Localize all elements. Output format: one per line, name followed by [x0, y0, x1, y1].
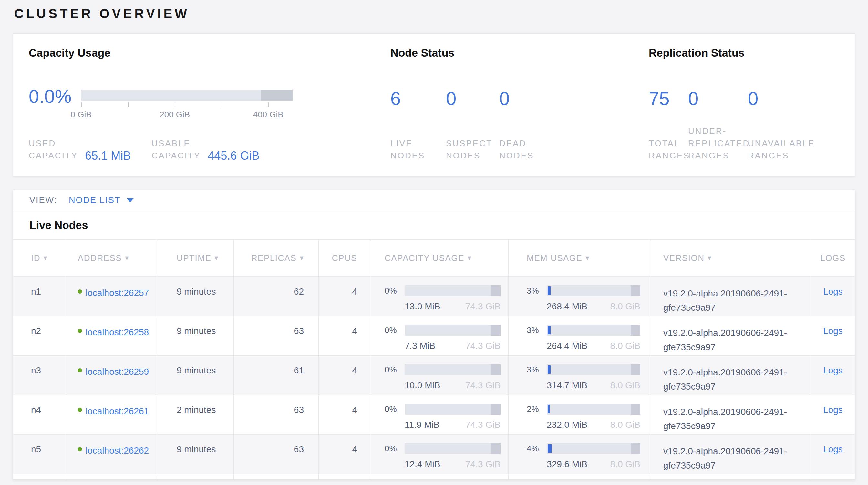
node-address-cell: localhost:26259	[65, 356, 157, 395]
mem-bar-reserved-segment	[631, 403, 640, 415]
replicas-cell: 62	[234, 277, 319, 316]
uptime-cell: 9 minutes	[157, 277, 234, 316]
node-id-cell: n2	[13, 316, 65, 355]
capacity-usage-section: Capacity Usage 0.0% 0 GiB	[29, 34, 371, 176]
capacity-usage-bar	[405, 325, 500, 336]
version-cell: v19.2.0-alpha.20190606-2491-gfe735c9a97	[650, 356, 811, 395]
mem-usage-cell: 3% 264.4 MiB 8.0 GiB	[508, 316, 650, 355]
mem-bar-reserved-segment	[631, 325, 640, 336]
node-address-link[interactable]: localhost:26261	[86, 405, 149, 418]
node-address-link[interactable]: localhost:26258	[86, 326, 149, 339]
live-status-dot-icon	[78, 447, 82, 451]
logs-cell: Logs	[811, 395, 855, 434]
logs-cell: Logs	[811, 277, 855, 316]
node-id-cell: n5	[13, 434, 65, 474]
capacity-usage-cell: 0% 11.9 MiB 74.3 GiB	[371, 395, 508, 434]
capacity-percent: 0%	[384, 404, 405, 414]
unavailable-ranges-label: UNAVAILABLE RANGES	[748, 137, 815, 162]
node-address-link[interactable]: localhost:26262	[86, 444, 149, 457]
column-header-mem-usage[interactable]: MEM USAGE▾	[508, 239, 650, 277]
column-header-logs: LOGS	[811, 239, 855, 277]
node-address-cell: localhost:26258	[65, 316, 157, 355]
column-header-version[interactable]: VERSION▾	[650, 239, 811, 277]
table-row: n2 localhost:26258 9 minutes 63 4 0% 7.3…	[13, 316, 855, 355]
logs-link[interactable]: Logs	[823, 286, 843, 296]
live-nodes-table: ID▾ ADDRESS▾ UPTIME▾ REPLICAS▾ CPUS CAPA…	[13, 239, 855, 479]
mem-bar-fill	[548, 365, 551, 374]
view-selector-dropdown[interactable]: NODE LIST	[69, 195, 134, 205]
under-replicated-ranges-label: UNDER- REPLICATED RANGES	[688, 125, 748, 162]
mem-bar-fill	[548, 444, 552, 453]
sort-desc-icon: ▾	[585, 254, 590, 262]
column-header-address[interactable]: ADDRESS▾	[65, 239, 157, 277]
cpus-cell: 4	[319, 434, 371, 474]
column-header-replicas[interactable]: REPLICAS▾	[234, 239, 319, 277]
view-label: VIEW:	[29, 195, 57, 205]
column-header-cpus: CPUS	[319, 239, 371, 277]
capacity-usage-heading: Capacity Usage	[29, 47, 111, 59]
mem-total-value: 8.0 GiB	[610, 301, 640, 312]
capacity-total-value: 74.3 GiB	[465, 459, 500, 469]
live-nodes-count: 6	[391, 89, 446, 108]
table-row: n4 localhost:26261 2 minutes 63 4 0% 11.…	[13, 395, 855, 434]
column-header-id[interactable]: ID▾	[13, 239, 65, 277]
view-selected-value: NODE LIST	[69, 195, 121, 205]
node-list-panel: VIEW: NODE LIST Live Nodes ID▾ ADDRESS▾ …	[13, 190, 855, 480]
logs-link[interactable]: Logs	[823, 444, 843, 454]
mem-percent: 3%	[527, 365, 547, 375]
node-id-cell: n4	[13, 395, 65, 434]
page-title: CLUSTER OVERVIEW	[14, 6, 190, 21]
capacity-total-value: 74.3 GiB	[465, 301, 500, 312]
capacity-bar-reserved-segment	[491, 325, 500, 336]
used-capacity-value: 65.1 MiB	[85, 149, 131, 162]
node-address-link[interactable]: localhost:26259	[86, 365, 149, 378]
table-row: n1 localhost:26257 9 minutes 62 4 0% 13.…	[13, 277, 855, 316]
total-ranges-count: 75	[649, 89, 688, 108]
live-nodes-heading: Live Nodes	[13, 210, 855, 231]
node-address-link[interactable]: localhost:26257	[86, 286, 149, 299]
live-status-dot-icon	[78, 289, 82, 293]
usable-capacity-stat: USABLE CAPACITY 445.6 GiB	[151, 137, 259, 162]
dead-nodes-count: 0	[499, 89, 509, 108]
version-cell: v19.2.0-alpha.20190606-2491-gfe735c9a97	[650, 434, 811, 474]
logs-link[interactable]: Logs	[823, 405, 843, 415]
column-header-uptime[interactable]: UPTIME▾	[157, 239, 234, 277]
logs-cell: Logs	[811, 434, 855, 474]
uptime-cell: 9 minutes	[157, 316, 234, 355]
live-nodes-label: LIVE NODES	[391, 137, 446, 162]
logs-cell: Logs	[811, 316, 855, 355]
mem-usage-bar	[547, 325, 640, 336]
logs-link[interactable]: Logs	[823, 365, 843, 375]
mem-usage-cell: 3% 314.7 MiB 8.0 GiB	[508, 356, 650, 395]
dead-nodes-label: DEAD NODES	[499, 137, 534, 162]
uptime-cell: 9 minutes	[157, 356, 234, 395]
node-id-cell: n3	[13, 356, 65, 395]
sort-desc-icon: ▾	[214, 254, 219, 262]
capacity-usage-bar	[405, 364, 500, 375]
sort-desc-icon: ▾	[125, 254, 129, 262]
sort-desc-icon: ▾	[43, 254, 48, 262]
column-header-capacity-usage[interactable]: CAPACITY USAGE▾	[371, 239, 508, 277]
capacity-usage-bar	[405, 443, 500, 454]
used-capacity-label: USED CAPACITY	[29, 137, 78, 162]
capacity-total-value: 74.3 GiB	[465, 420, 500, 430]
mem-bar-reserved-segment	[631, 285, 640, 296]
capacity-percent: 0%	[384, 325, 405, 335]
mem-bar-reserved-segment	[631, 443, 640, 454]
capacity-used-value: 7.3 MiB	[405, 341, 435, 351]
sort-desc-icon: ▾	[300, 254, 304, 262]
cluster-overview-page: CLUSTER OVERVIEW Capacity Usage 0.0%	[0, 0, 868, 485]
node-status-heading: Node Status	[391, 47, 454, 59]
usable-capacity-value: 445.6 GiB	[208, 149, 259, 162]
capacity-percent: 0%	[384, 365, 405, 375]
suspect-nodes-count: 0	[446, 89, 499, 108]
capacity-usage-cell: 0% 12.4 MiB 74.3 GiB	[371, 434, 508, 474]
mem-usage-cell: 4% 329.6 MiB 8.0 GiB	[508, 434, 650, 474]
logs-link[interactable]: Logs	[823, 326, 843, 336]
mem-used-value: 314.7 MiB	[547, 380, 587, 391]
view-bar: VIEW: NODE LIST	[13, 191, 855, 210]
table-row: n5 localhost:26262 9 minutes 63 4 0% 12.…	[13, 434, 855, 474]
mem-total-value: 8.0 GiB	[610, 380, 640, 391]
sort-desc-icon: ▾	[468, 254, 472, 262]
capacity-usage-bar	[405, 285, 500, 296]
